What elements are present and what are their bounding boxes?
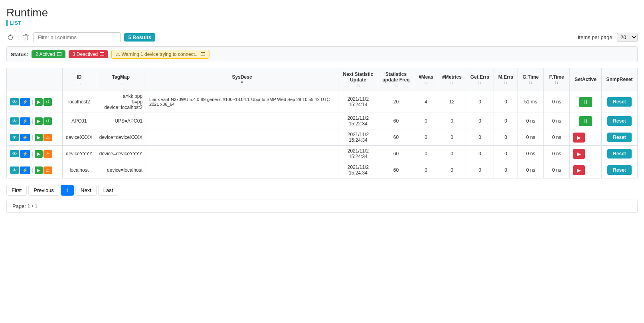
trash-button[interactable]	[22, 34, 30, 42]
reset-button[interactable]: Reset	[607, 149, 632, 159]
setactive-cell: ⏸	[570, 91, 602, 113]
reset-button[interactable]: Reset	[607, 165, 632, 175]
toolbar: | 5 Results Items per page: 20 50 100	[6, 32, 638, 42]
id-cell: deviceXXXX	[63, 129, 96, 146]
bolt-button[interactable]: ⚡	[20, 166, 30, 174]
play-button[interactable]: ▶	[35, 134, 43, 141]
action-cell: 👁 ⚡ | ▶ ↺	[7, 91, 63, 113]
col-id: ID ↑↓	[63, 68, 96, 91]
reset-button[interactable]: Reset	[607, 133, 632, 142]
first-page-button[interactable]: First	[6, 185, 27, 196]
g-time-cell: 0 ns	[518, 113, 544, 129]
col-sysdesc: SysDesc ▼	[146, 68, 338, 91]
play-button[interactable]: ▶	[35, 98, 43, 106]
tagmap-cell: device=localhost	[96, 162, 146, 178]
setactive-cell: ▶	[570, 146, 602, 162]
next-update-cell: 2021/11/2 15:24:14	[338, 91, 378, 113]
m-errs-cell: 0	[494, 113, 518, 129]
warning-button[interactable]: ⚠	[43, 166, 52, 174]
meas-cell: 0	[414, 146, 438, 162]
table-row: 👁 ⚡ | ▶ ⚠ deviceYYYYdevice=deviceYYYY202…	[7, 146, 638, 162]
get-errs-cell: 0	[466, 91, 494, 113]
action-cell: 👁 ⚡ | ▶ ⚠	[7, 162, 63, 178]
setactive-cell: ▶	[570, 129, 602, 146]
actived-badge[interactable]: 2 Actived 🗖	[32, 50, 65, 58]
sysdesc-cell: Linux vant-N2x0WU 5.4.0-89-generic #100~…	[146, 91, 338, 113]
meas-cell: 0	[414, 113, 438, 129]
get-errs-cell: 0	[466, 113, 494, 129]
get-errs-cell: 0	[466, 129, 494, 146]
col-actions	[7, 68, 63, 91]
per-page-select[interactable]: 20 50 100	[617, 33, 638, 42]
play-button[interactable]: ▶	[35, 150, 43, 158]
pause-button[interactable]: ⏸	[579, 116, 592, 126]
status-label: Status:	[11, 52, 28, 57]
view-button[interactable]: 👁	[10, 150, 19, 157]
bolt-button[interactable]: ⚡	[20, 98, 30, 106]
f-time-cell: 0 ns	[544, 146, 570, 162]
metrics-cell: 0	[438, 162, 466, 178]
sysdesc-cell	[146, 162, 338, 178]
play-button[interactable]: ▶	[35, 117, 43, 125]
view-button[interactable]: 👁	[10, 98, 19, 105]
page-title: Runtime	[6, 6, 638, 19]
m-errs-cell: 0	[494, 146, 518, 162]
col-f-time: F.Time ↑↓	[544, 68, 570, 91]
view-button[interactable]: 👁	[10, 166, 19, 174]
stats-freq-cell: 60	[378, 113, 414, 129]
status-bar: Status: 2 Actived 🗖 3 Deactived 🗖 ⚠ Warn…	[6, 46, 638, 62]
snmpreset-cell: Reset	[602, 113, 638, 129]
page-info: Page: 1 / 1	[6, 200, 638, 213]
deactived-badge[interactable]: 3 Deactived 🗖	[69, 50, 108, 58]
col-get-errs: Get.Errs ↑↓	[466, 68, 494, 91]
view-button[interactable]: 👁	[10, 134, 19, 141]
sync-button[interactable]: ↺	[43, 117, 52, 125]
stats-freq-cell: 60	[378, 146, 414, 162]
meas-cell: 0	[414, 162, 438, 178]
col-next-update: Next Statistic Update ↑↓	[338, 68, 378, 91]
warning-button[interactable]: ⚠	[43, 134, 52, 141]
f-time-cell: 0 ns	[544, 129, 570, 146]
bolt-button[interactable]: ⚡	[20, 150, 30, 158]
refresh-button[interactable]	[6, 34, 14, 42]
bolt-button[interactable]: ⚡	[20, 134, 30, 141]
m-errs-cell: 0	[494, 162, 518, 178]
action-cell: 👁 ⚡ | ▶ ↺	[7, 113, 63, 129]
warning-badge[interactable]: ⚠ Warning 1 device trying to connect... …	[111, 50, 209, 59]
pause-button[interactable]: ⏸	[579, 97, 592, 107]
last-page-button[interactable]: Last	[98, 185, 119, 196]
play-active-button[interactable]: ▶	[573, 149, 585, 159]
next-update-cell: 2021/11/2 15:24:34	[338, 162, 378, 178]
play-button[interactable]: ▶	[35, 166, 43, 174]
page-subtitle: LIST	[6, 20, 638, 26]
reset-button[interactable]: Reset	[607, 97, 632, 107]
tagmap-cell: device=deviceYYYY	[96, 146, 146, 162]
m-errs-cell: 0	[494, 91, 518, 113]
setactive-cell: ⏸	[570, 113, 602, 129]
table-row: 👁 ⚡ | ▶ ⚠ localhostdevice=localhost2021/…	[7, 162, 638, 178]
sysdesc-cell	[146, 129, 338, 146]
play-active-button[interactable]: ▶	[573, 133, 585, 143]
tagmap-cell: device=deviceXXXX	[96, 129, 146, 146]
bolt-button[interactable]: ⚡	[20, 117, 30, 125]
col-meas: #Meas ↑↓	[414, 68, 438, 91]
g-time-cell: 0 ns	[518, 162, 544, 178]
snmpreset-cell: Reset	[602, 129, 638, 146]
warning-button[interactable]: ⚠	[43, 150, 52, 158]
previous-page-button[interactable]: Previous	[28, 185, 59, 196]
next-page-button[interactable]: Next	[75, 185, 97, 196]
meas-cell: 4	[414, 91, 438, 113]
results-badge: 5 Results	[124, 33, 155, 42]
sync-button[interactable]: ↺	[43, 98, 52, 106]
view-button[interactable]: 👁	[10, 117, 19, 125]
filter-input[interactable]	[33, 32, 121, 42]
reset-button[interactable]: Reset	[607, 116, 632, 126]
table-row: 👁 ⚡ | ▶ ⚠ deviceXXXXdevice=deviceXXXX202…	[7, 129, 638, 146]
id-cell: localhost2	[63, 91, 96, 113]
sysdesc-cell	[146, 146, 338, 162]
play-active-button[interactable]: ▶	[573, 165, 585, 175]
setactive-cell: ▶	[570, 162, 602, 178]
current-page-button[interactable]: 1	[61, 185, 74, 196]
action-cell: 👁 ⚡ | ▶ ⚠	[7, 146, 63, 162]
col-metrics: #Metrics ↑↓	[438, 68, 466, 91]
